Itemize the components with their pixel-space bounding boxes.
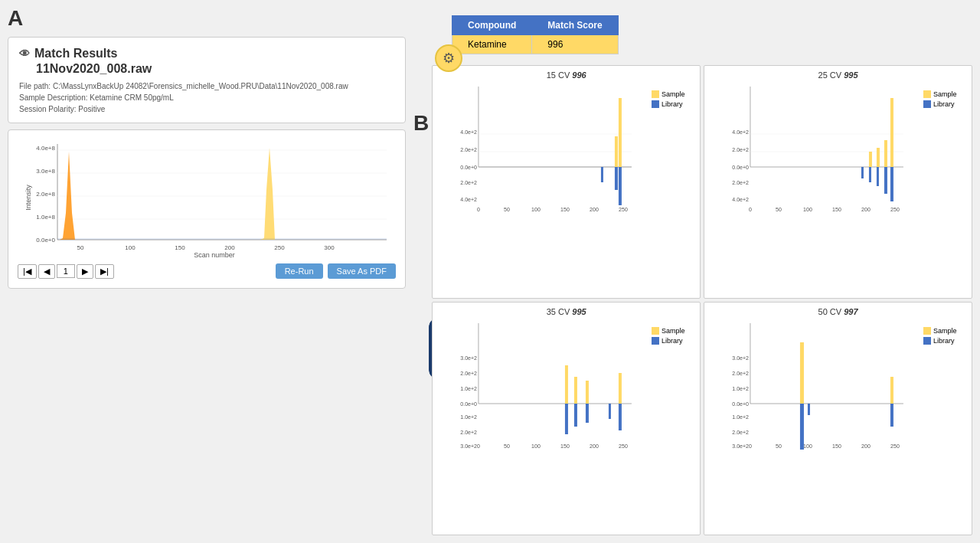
col-match-score: Match Score	[532, 16, 618, 35]
right-panel: ⚙ Compound Match Score Ketamine 996	[413, 8, 972, 535]
svg-text:0.0e+0: 0.0e+0	[461, 401, 478, 407]
cv15-svg: 0.0e+0 2.0e+2 4.0e+2 2.0e+2 4.0e+2 0 50	[439, 83, 648, 213]
svg-text:250: 250	[274, 244, 285, 251]
library-color-box	[652, 337, 659, 345]
svg-text:200: 200	[861, 207, 871, 212]
svg-rect-49	[619, 167, 622, 205]
prev-page-button[interactable]: ◀	[38, 264, 55, 279]
svg-text:150: 150	[560, 207, 570, 212]
spectrum-body-cv35: 0.0e+0 1.0e+2 2.0e+2 3.0e+2 1.0e+2 2.0e+…	[439, 319, 694, 532]
save-pdf-button[interactable]: Save As PDF	[328, 263, 396, 279]
svg-text:100: 100	[531, 207, 541, 212]
svg-text:200: 200	[861, 443, 871, 449]
rerun-button[interactable]: Re-Run	[276, 263, 323, 279]
pagination-controls: |◀ ◀ 1 ▶ ▶|	[18, 264, 114, 279]
svg-text:250: 250	[890, 443, 900, 449]
left-panel: A 👁 Match Results 11Nov2020_008.raw File…	[8, 8, 406, 535]
main-container: A 👁 Match Results 11Nov2020_008.raw File…	[0, 0, 980, 543]
svg-rect-74	[877, 167, 879, 186]
spectrum-title-cv50: 50 CV 997	[710, 307, 965, 316]
library-label: Library	[933, 100, 955, 108]
svg-text:1.0e+2: 1.0e+2	[732, 414, 749, 420]
svg-rect-47	[619, 98, 622, 167]
svg-text:2.0e+2: 2.0e+2	[732, 371, 749, 376]
svg-text:Scan number: Scan number	[194, 251, 235, 259]
library-color-box	[923, 100, 931, 108]
legend-sample-cv15: Sample	[652, 90, 694, 98]
library-label: Library	[662, 337, 683, 345]
svg-text:0.0e+0: 0.0e+0	[36, 237, 55, 244]
next-page-button[interactable]: ▶	[77, 264, 93, 279]
sample-color-box	[652, 327, 659, 335]
svg-text:Intensity: Intensity	[24, 185, 32, 211]
svg-text:3.0e+8: 3.0e+8	[36, 168, 55, 175]
svg-text:150: 150	[832, 443, 841, 449]
svg-text:1.0e+2: 1.0e+2	[732, 386, 749, 391]
chromatogram-area: Intensity 0.0e+0 1.0e+8 2.0e+8 3.0e+8 4.…	[15, 136, 399, 259]
library-label: Library	[662, 100, 683, 108]
svg-text:3.0e+2: 3.0e+2	[461, 443, 478, 449]
spectrum-card-cv15: 15 CV 996 0.0e+0 2.0e+2 4.0e+2	[432, 65, 701, 299]
svg-text:300: 300	[324, 244, 335, 251]
gear-icon[interactable]: ⚙	[435, 44, 462, 72]
svg-rect-122	[808, 404, 810, 415]
cv35-score: 995	[572, 307, 586, 316]
library-color-box	[923, 337, 931, 345]
svg-rect-51	[601, 167, 603, 182]
first-page-button[interactable]: |◀	[18, 264, 37, 279]
svg-rect-94	[574, 377, 577, 404]
spectrum-card-cv25: 25 CV 995 0.0e+0 2.0e+2 4.0e+2 2.0e+2	[704, 65, 972, 299]
last-page-button[interactable]: ▶|	[95, 264, 114, 279]
compound-match-table: Compound Match Score Ketamine 996	[452, 15, 619, 54]
svg-text:0: 0	[477, 207, 480, 212]
legend-library-cv35: Library	[652, 337, 694, 345]
sample-label: Sample	[662, 90, 685, 98]
svg-text:2.0e+2: 2.0e+2	[461, 180, 478, 185]
legend-sample-cv35: Sample	[652, 327, 694, 335]
svg-text:m/z: m/z	[822, 211, 831, 213]
svg-text:50: 50	[77, 244, 84, 251]
svg-text:3.0e+2: 3.0e+2	[461, 355, 478, 361]
svg-rect-76	[861, 167, 864, 178]
svg-text:3.0e+2: 3.0e+2	[732, 443, 749, 449]
svg-text:200: 200	[590, 207, 599, 212]
library-label: Library	[933, 337, 955, 345]
svg-text:1.0e+2: 1.0e+2	[461, 414, 478, 420]
svg-text:0.0e+0: 0.0e+0	[732, 401, 749, 407]
sample-desc: Sample Description: Ketamine CRM 50pg/mL	[19, 92, 394, 103]
svg-text:250: 250	[619, 207, 628, 212]
chromatogram-svg: Intensity 0.0e+0 1.0e+8 2.0e+8 3.0e+8 4.…	[15, 136, 399, 259]
spectrum-plot-cv35: 0.0e+0 1.0e+2 2.0e+2 3.0e+2 1.0e+2 2.0e+…	[439, 319, 648, 532]
svg-rect-118	[800, 342, 804, 404]
svg-text:50: 50	[776, 207, 782, 212]
sample-color-box	[923, 90, 931, 98]
svg-rect-69	[884, 140, 887, 167]
svg-rect-121	[890, 404, 893, 427]
pagination-bar: |◀ ◀ 1 ▶ ▶| Re-Run Save As PDF	[15, 259, 399, 282]
spectrum-card-cv50: 50 CV 997 0.0e+0 1.0e+2 2.0e+2 3.0e+2	[704, 302, 972, 535]
sample-label: Sample	[933, 327, 957, 335]
svg-marker-20	[260, 148, 279, 240]
svg-rect-96	[619, 373, 622, 404]
spectrum-title-cv15: 15 CV 996	[439, 70, 694, 80]
session-polarity: Session Polarity: Positive	[19, 103, 394, 115]
svg-text:4.0e+2: 4.0e+2	[732, 197, 749, 202]
svg-text:2.0e+2: 2.0e+2	[732, 147, 749, 152]
svg-text:2.0e+8: 2.0e+8	[36, 191, 55, 198]
spectrum-legend-cv50: Sample Library	[923, 319, 965, 532]
table-row: Ketamine 996	[452, 35, 619, 54]
match-meta: File path: C:\MassLynxBackUp 24082\Foren…	[19, 80, 394, 115]
library-color-box	[652, 100, 659, 108]
spectrum-legend-cv15: Sample Library	[652, 83, 694, 295]
legend-library-cv25: Library	[923, 100, 965, 108]
cv50-score: 997	[844, 307, 858, 316]
svg-marker-19	[60, 152, 80, 240]
svg-rect-93	[565, 365, 568, 404]
legend-library-cv15: Library	[652, 100, 694, 108]
match-results-title: 👁 Match Results	[19, 47, 394, 61]
svg-rect-98	[574, 404, 577, 427]
svg-rect-120	[800, 404, 804, 450]
match-results-filename: 11Nov2020_008.raw	[36, 62, 394, 76]
compound-table: ⚙ Compound Match Score Ketamine 996	[452, 15, 619, 54]
cv25-score: 995	[844, 70, 858, 80]
